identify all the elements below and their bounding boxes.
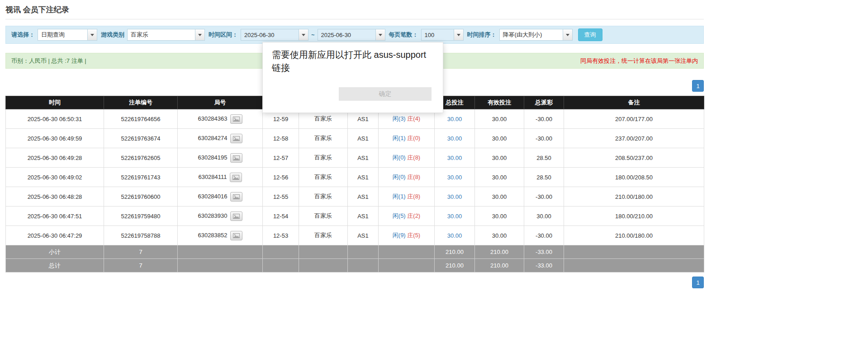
page-1-button[interactable]: 1 — [692, 80, 704, 92]
roadmap-icon — [233, 117, 240, 122]
round-number: 630284274 — [198, 134, 227, 141]
date-from-dropdown-button[interactable] — [299, 29, 308, 41]
summary-total-bet: 210.00 — [435, 245, 475, 259]
cell-payout: 30.00 — [524, 207, 564, 226]
date-to-input[interactable] — [318, 29, 375, 41]
cell-valid-bet: 30.00 — [475, 148, 524, 168]
query-type-dropdown-button[interactable] — [87, 29, 97, 41]
cell-shoe-round: 12-57 — [263, 148, 299, 168]
cell-valid-bet: 30.00 — [475, 129, 524, 148]
col-bet-id: 注单编号 — [104, 96, 178, 109]
cell-bet-id: 522619760600 — [104, 187, 178, 207]
cell-total-bet: 30.00 — [435, 148, 475, 168]
summary-count: 7 — [104, 259, 178, 272]
summary-valid-bet: 210.00 — [475, 259, 524, 272]
table-row: 2025-06-30 06:48:28 522619760600 6302840… — [6, 187, 704, 207]
summary-empty — [564, 245, 704, 259]
cell-game: 百家乐 — [299, 129, 348, 148]
cell-remark: 180.00/208.50 — [564, 168, 704, 187]
cell-total-bet: 30.00 — [435, 129, 475, 148]
query-type-input[interactable] — [38, 29, 87, 41]
cell-time: 2025-06-30 06:49:59 — [6, 129, 104, 148]
summary-empty — [348, 259, 379, 272]
cell-payout: -30.00 — [524, 129, 564, 148]
table-row: 2025-06-30 06:47:51 522619759480 6302839… — [6, 207, 704, 226]
banker-score: 庄(0) — [407, 135, 420, 141]
roadmap-icon — [233, 233, 240, 238]
table-row: 2025-06-30 06:47:29 522619758788 6302838… — [6, 226, 704, 245]
total-bet-link[interactable]: 30.00 — [447, 155, 462, 161]
time-sort-label: 时间排序： — [467, 31, 497, 39]
roadmap-icon-button[interactable] — [230, 114, 242, 124]
roadmap-icon-button[interactable] — [230, 192, 242, 202]
cell-total-bet: 30.00 — [435, 226, 475, 245]
round-number: 630283852 — [198, 231, 227, 238]
roadmap-icon-button[interactable] — [230, 231, 242, 240]
summary-row: 总计 7 210.00 210.00 -33.00 — [6, 259, 704, 272]
total-bet-link[interactable]: 30.00 — [447, 174, 462, 181]
table-row: 2025-06-30 06:49:59 522619763674 6302842… — [6, 129, 704, 148]
cell-remark: 210.00/180.00 — [564, 226, 704, 245]
time-sort-combobox — [499, 29, 573, 41]
records-table: 时间 注单编号 局号 总投注 有效投注 总派彩 备注 2025-06-30 06… — [5, 96, 704, 272]
summary-total-bet: 210.00 — [435, 259, 475, 272]
game-category-dropdown-button[interactable] — [195, 29, 205, 41]
dialog-confirm-button[interactable]: 确定 — [339, 87, 432, 101]
game-category-combobox — [127, 29, 205, 41]
total-bet-link[interactable]: 30.00 — [447, 193, 462, 200]
cell-shoe-round: 12-53 — [263, 226, 299, 245]
cell-payout: -30.00 — [524, 187, 564, 207]
cell-game: 百家乐 — [299, 226, 348, 245]
roadmap-icon-button[interactable] — [230, 134, 242, 143]
player-score: 闲(5) — [393, 212, 406, 219]
per-page-dropdown-button[interactable] — [454, 29, 464, 41]
cell-time: 2025-06-30 06:47:51 — [6, 207, 104, 226]
table-body: 2025-06-30 06:50:31 522619764656 6302843… — [6, 109, 704, 272]
total-bet-link[interactable]: 30.00 — [447, 135, 462, 142]
time-sort-input[interactable] — [499, 29, 563, 41]
cell-bet-id: 522619763674 — [104, 129, 178, 148]
summary-empty — [263, 245, 299, 259]
chevron-down-icon — [198, 34, 202, 36]
time-sort-dropdown-button[interactable] — [563, 29, 573, 41]
banker-score: 庄(8) — [407, 174, 420, 180]
cell-remark: 207.00/177.00 — [564, 109, 704, 129]
cell-table: AS1 — [348, 168, 379, 187]
cell-time: 2025-06-30 06:49:28 — [6, 148, 104, 168]
date-from-input[interactable] — [241, 29, 299, 41]
filter-group-sort: 时间排序： — [467, 29, 573, 41]
search-button[interactable]: 查询 — [578, 28, 602, 41]
roadmap-icon-button[interactable] — [230, 173, 242, 182]
round-number: 630284111 — [198, 173, 227, 180]
cell-time: 2025-06-30 06:50:31 — [6, 109, 104, 129]
round-number: 630283930 — [198, 212, 227, 219]
cell-payout: 28.50 — [524, 168, 564, 187]
col-time: 时间 — [6, 96, 104, 109]
summary-valid-bet: 210.00 — [475, 245, 524, 259]
total-bet-link[interactable]: 30.00 — [447, 116, 462, 122]
cell-result: 闲(5) 庄(2) — [379, 207, 435, 226]
roadmap-icon-button[interactable] — [230, 153, 242, 163]
game-category-input[interactable] — [127, 29, 195, 41]
total-bet-link[interactable]: 30.00 — [447, 213, 462, 220]
page-1-button[interactable]: 1 — [692, 277, 704, 288]
banker-score: 庄(8) — [407, 193, 420, 200]
page-header: 视讯 会员下注纪录 — [5, 0, 704, 19]
cell-total-bet: 30.00 — [435, 207, 475, 226]
roadmap-icon-button[interactable] — [230, 211, 242, 221]
summary-label: 总计 — [6, 259, 104, 272]
summary-empty — [379, 245, 435, 259]
banker-score: 庄(8) — [407, 154, 420, 161]
date-to-dropdown-button[interactable] — [375, 29, 385, 41]
summary-count: 7 — [104, 245, 178, 259]
cell-remark: 180.00/210.00 — [564, 207, 704, 226]
cell-game: 百家乐 — [299, 148, 348, 168]
summary-label: 小计 — [6, 245, 104, 259]
cell-round: 630283852 — [178, 226, 263, 245]
summary-empty — [178, 245, 263, 259]
cell-shoe-round: 12-54 — [263, 207, 299, 226]
per-page-input[interactable] — [421, 29, 454, 41]
chevron-down-icon — [90, 34, 94, 36]
total-bet-link[interactable]: 30.00 — [447, 232, 462, 239]
cell-round: 630284195 — [178, 148, 263, 168]
